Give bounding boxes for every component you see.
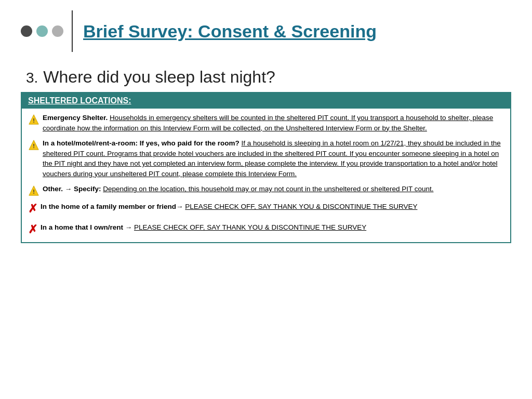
page-container: Brief Survey: Consent & Screening 3. Whe… <box>0 0 532 399</box>
question-area: 3. Where did you sleep last night? <box>21 68 511 87</box>
emergency-shelter-underline: Households in emergency shelters will be… <box>43 114 493 132</box>
own-rent-row: ✗ In a home that I own/rent → PLEASE CHE… <box>28 222 504 238</box>
hotel-row: ! In a hotel/motel/rent-a-room: If yes, … <box>28 138 504 179</box>
dot-3 <box>52 25 63 37</box>
other-text: Other. → Specify: Depending on the locat… <box>43 184 504 194</box>
own-rent-text: In a home that I own/rent → PLEASE CHECK… <box>41 222 504 233</box>
question-text: 3. Where did you sleep last night? <box>26 68 511 87</box>
svg-text:!: ! <box>33 117 35 124</box>
emergency-shelter-row: ! Emergency Shelter. Households in emerg… <box>28 113 504 133</box>
svg-text:!: ! <box>33 189 35 195</box>
content-box: SHELTERED LOCATIONS: ! Emergency Shelter… <box>21 92 511 243</box>
emergency-shelter-text: Emergency Shelter. Households in emergen… <box>43 113 504 133</box>
dot-1 <box>21 25 32 37</box>
other-bold: Other. → Specify: <box>43 185 101 193</box>
hotel-text: In a hotel/motel/rent-a-room: If yes, wh… <box>43 138 504 179</box>
vertical-divider <box>72 10 73 52</box>
page-title: Brief Survey: Consent & Screening <box>83 21 377 42</box>
dots-container <box>21 25 63 37</box>
x-icon-1: ✗ <box>28 201 37 217</box>
header-area: Brief Survey: Consent & Screening <box>21 10 511 57</box>
question-number: 3. <box>26 70 38 86</box>
own-rent-underline: PLEASE CHECK OFF, SAY THANK YOU & DISCON… <box>134 223 366 231</box>
other-underline: Depending on the location, this househol… <box>103 185 433 193</box>
warning-icon-3: ! <box>28 184 39 196</box>
emergency-shelter-bold: Emergency Shelter. <box>43 114 108 122</box>
sheltered-header: SHELTERED LOCATIONS: <box>22 93 510 109</box>
svg-text:!: ! <box>33 143 35 150</box>
warning-icon-2: ! <box>28 139 39 151</box>
warning-icon-1: ! <box>28 113 39 125</box>
family-bold: In the home of a family member or friend… <box>41 203 183 210</box>
family-underline: PLEASE CHECK OFF, SAY THANK YOU & DISCON… <box>185 203 417 210</box>
dot-2 <box>36 25 48 37</box>
own-rent-bold: In a home that I own/rent → <box>41 223 132 231</box>
x-icon-2: ✗ <box>28 221 37 238</box>
other-row: ! Other. → Specify: Depending on the loc… <box>28 184 504 196</box>
hotel-bold: In a hotel/motel/rent-a-room: If yes, wh… <box>43 139 240 147</box>
question-label: Where did you sleep last night? <box>43 68 275 87</box>
family-row: ✗ In the home of a family member or frie… <box>28 202 504 217</box>
family-text: In the home of a family member or friend… <box>41 202 504 212</box>
content-inner: ! Emergency Shelter. Households in emerg… <box>22 109 510 242</box>
